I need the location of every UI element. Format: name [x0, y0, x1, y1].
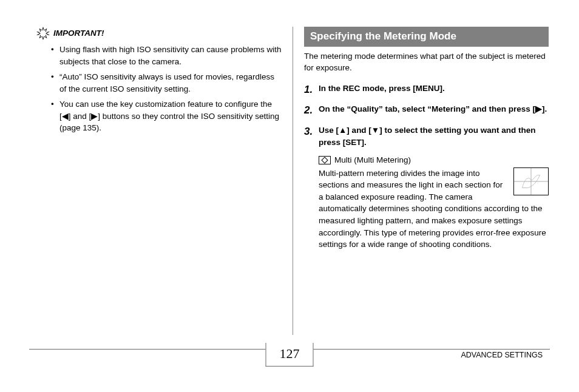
step-2: 2. On the “Quality” tab, select “Meterin…	[304, 103, 549, 118]
important-label: IMPORTANT!	[53, 27, 104, 39]
page-number: 127	[266, 343, 314, 367]
svg-marker-1	[38, 29, 49, 39]
step-text: On the “Quality” tab, select “Metering” …	[319, 103, 547, 118]
important-list: Using flash with high ISO sensitivity ca…	[51, 44, 282, 134]
page-body: IMPORTANT! Using flash with high ISO sen…	[0, 0, 579, 335]
mode-name: Multi (Multi Metering)	[334, 154, 411, 166]
important-header: IMPORTANT!	[36, 27, 282, 40]
bullet-item: “Auto” ISO sensitivity always is used fo…	[51, 71, 282, 95]
left-column: IMPORTANT! Using flash with high ISO sen…	[36, 27, 293, 335]
step-number: 3.	[304, 124, 319, 148]
multi-metering-icon	[319, 156, 331, 164]
mode-title-row: Multi (Multi Metering)	[319, 154, 549, 166]
section-intro: The metering mode determines what part o…	[304, 50, 549, 74]
mode-detail: Multi (Multi Metering) Multi-pattern met…	[319, 154, 549, 251]
burst-icon	[36, 27, 50, 40]
step-number: 1.	[304, 83, 319, 98]
footer-section-label: ADVANCED SETTINGS	[461, 350, 543, 360]
section-heading: Specifying the Metering Mode	[304, 27, 549, 47]
metering-diagram-icon	[513, 167, 549, 195]
bullet-item: Using flash with high ISO sensitivity ca…	[51, 44, 282, 67]
bullet-item: You can use the key customization featur…	[51, 98, 282, 134]
step-3: 3. Use [▲] and [▼] to select the setting…	[304, 124, 549, 148]
right-column: Specifying the Metering Mode The meterin…	[293, 27, 549, 335]
step-1: 1. In the REC mode, press [MENU].	[304, 83, 549, 98]
step-text: In the REC mode, press [MENU].	[319, 83, 445, 98]
step-text: Use [▲] and [▼] to select the setting yo…	[319, 124, 549, 148]
step-number: 2.	[304, 103, 319, 118]
